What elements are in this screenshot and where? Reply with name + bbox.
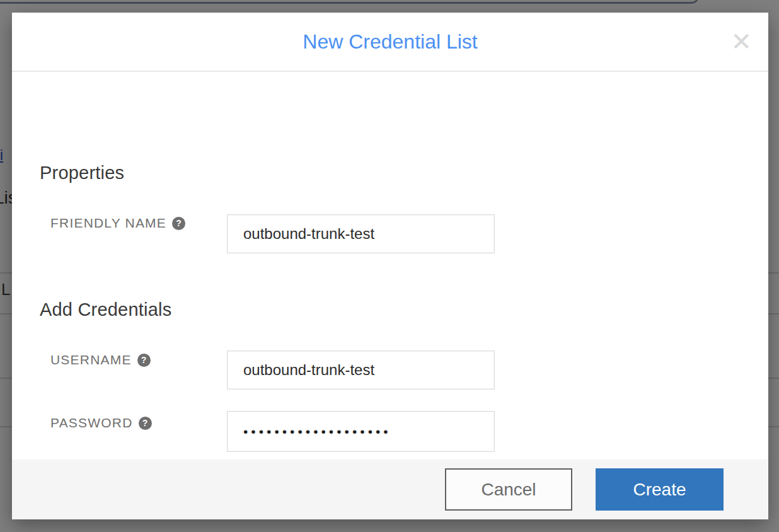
dialog-body: Properties FRIENDLY NAME ? Add Credentia… bbox=[12, 72, 768, 458]
properties-section-heading: Properties bbox=[40, 163, 124, 183]
friendly-name-label: FRIENDLY NAME ? bbox=[50, 216, 185, 231]
friendly-name-input[interactable] bbox=[227, 214, 495, 253]
dialog-title: New Credential List bbox=[303, 30, 477, 54]
username-input[interactable] bbox=[227, 350, 495, 390]
password-label: PASSWORD ? bbox=[50, 415, 152, 431]
dialog-footer: Cancel Create bbox=[12, 460, 768, 519]
create-button[interactable]: Create bbox=[596, 468, 724, 511]
dialog-header: New Credential List ✕ bbox=[12, 13, 768, 72]
add-credentials-section-heading: Add Credentials bbox=[40, 299, 171, 320]
cancel-button[interactable]: Cancel bbox=[445, 468, 572, 511]
friendly-name-label-text: FRIENDLY NAME bbox=[50, 216, 166, 231]
password-label-text: PASSWORD bbox=[50, 415, 133, 431]
close-icon[interactable]: ✕ bbox=[730, 29, 752, 54]
password-input[interactable] bbox=[227, 411, 495, 452]
help-icon[interactable]: ? bbox=[139, 417, 152, 430]
help-icon[interactable]: ? bbox=[172, 217, 185, 230]
username-label-text: USERNAME bbox=[50, 352, 132, 367]
help-icon[interactable]: ? bbox=[137, 354, 151, 367]
username-label: USERNAME ? bbox=[50, 352, 151, 367]
new-credential-list-dialog: New Credential List ✕ Properties FRIENDL… bbox=[12, 13, 768, 519]
